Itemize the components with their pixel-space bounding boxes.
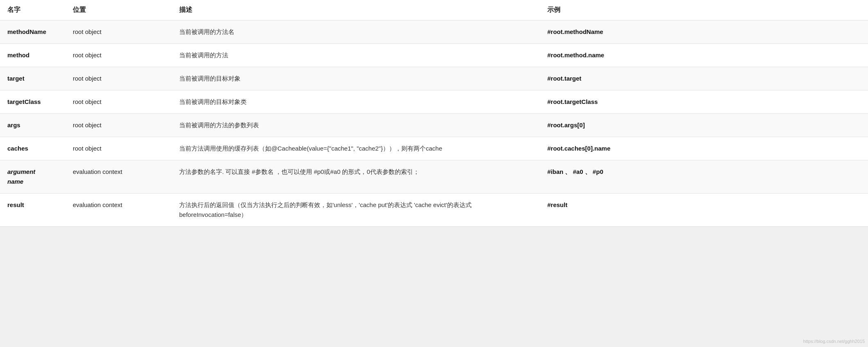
- cell-location: root object: [65, 114, 172, 137]
- cell-example: #root.method.name: [540, 44, 868, 67]
- cell-name: caches: [0, 137, 65, 160]
- cell-description: 当前方法调用使用的缓存列表（如@Cacheable(value={"cache1…: [172, 137, 540, 160]
- table-row: argument nameevaluation context方法参数的名字. …: [0, 160, 868, 194]
- cell-location: root object: [65, 90, 172, 114]
- cell-example: #root.args[0]: [540, 114, 868, 137]
- main-table-container: 名字 位置 描述 示例 methodNameroot object当前被调用的方…: [0, 0, 868, 227]
- table-row: methodNameroot object当前被调用的方法名#root.meth…: [0, 20, 868, 44]
- cell-location: root object: [65, 20, 172, 44]
- cell-name: methodName: [0, 20, 65, 44]
- cell-example: #result: [540, 194, 868, 227]
- table-row: argsroot object当前被调用的方法的参数列表#root.args[0…: [0, 114, 868, 137]
- cell-example: #root.caches[0].name: [540, 137, 868, 160]
- cell-location: evaluation context: [65, 160, 172, 194]
- cell-name: targetClass: [0, 90, 65, 114]
- table-row: targetClassroot object当前被调用的目标对象类#root.t…: [0, 90, 868, 114]
- table-header-row: 名字 位置 描述 示例: [0, 0, 868, 20]
- header-location: 位置: [65, 0, 172, 20]
- cell-name: target: [0, 67, 65, 90]
- cell-description: 当前被调用的方法名: [172, 20, 540, 44]
- cell-description: 当前被调用的方法: [172, 44, 540, 67]
- table-row: resultevaluation context方法执行后的返回值（仅当方法执行…: [0, 194, 868, 227]
- cell-name: args: [0, 114, 65, 137]
- cell-description: 当前被调用的目标对象: [172, 67, 540, 90]
- cell-location: root object: [65, 137, 172, 160]
- cell-example: #root.targetClass: [540, 90, 868, 114]
- cell-location: evaluation context: [65, 194, 172, 227]
- header-name: 名字: [0, 0, 65, 20]
- cell-description: 当前被调用的方法的参数列表: [172, 114, 540, 137]
- header-example: 示例: [540, 0, 868, 20]
- cell-example: #root.target: [540, 67, 868, 90]
- cell-location: root object: [65, 67, 172, 90]
- data-table: 名字 位置 描述 示例 methodNameroot object当前被调用的方…: [0, 0, 868, 227]
- cell-description: 当前被调用的目标对象类: [172, 90, 540, 114]
- cell-name: result: [0, 194, 65, 227]
- table-row: methodroot object当前被调用的方法#root.method.na…: [0, 44, 868, 67]
- cell-example: #root.methodName: [540, 20, 868, 44]
- table-row: targetroot object当前被调用的目标对象#root.target: [0, 67, 868, 90]
- cell-name: argument name: [0, 160, 65, 194]
- header-description: 描述: [172, 0, 540, 20]
- cell-location: root object: [65, 44, 172, 67]
- cell-description: 方法参数的名字. 可以直接 #参数名 ，也可以使用 #p0或#a0 的形式，0代…: [172, 160, 540, 194]
- table-row: cachesroot object当前方法调用使用的缓存列表（如@Cacheab…: [0, 137, 868, 160]
- watermark: https://blog.csdn.net/gghh2015: [803, 339, 865, 344]
- cell-description: 方法执行后的返回值（仅当方法执行之后的判断有效，如'unless'，'cache…: [172, 194, 540, 227]
- cell-example: #iban 、 #a0 、 #p0: [540, 160, 868, 194]
- cell-name: method: [0, 44, 65, 67]
